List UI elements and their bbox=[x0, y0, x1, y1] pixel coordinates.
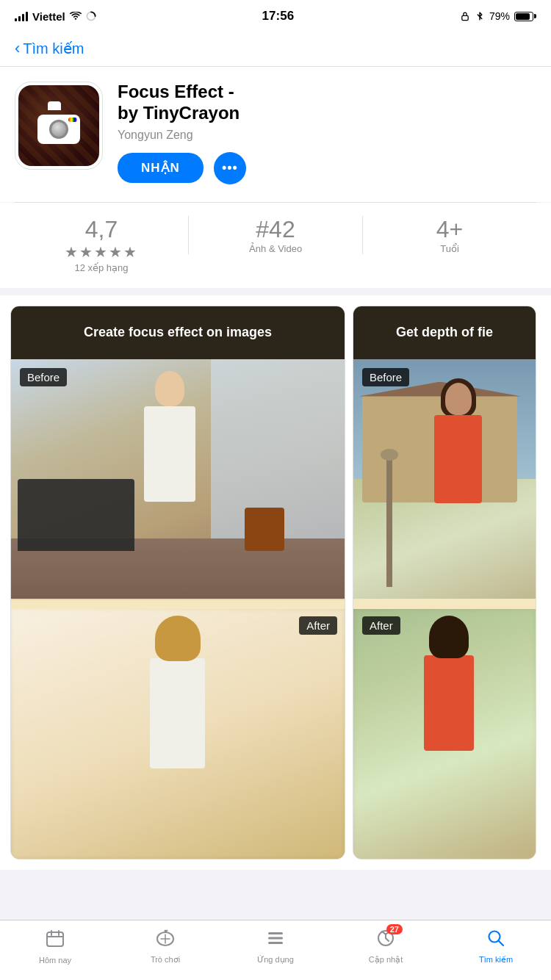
tab-games[interactable]: Trò chơi bbox=[110, 929, 220, 965]
tab-search[interactable]: Tìm kiếm bbox=[441, 929, 551, 965]
camera-body bbox=[37, 115, 80, 144]
app-info-section: Focus Effect -by TinyCrayon Yongyun Zeng… bbox=[0, 67, 551, 202]
coral-body-2 bbox=[424, 655, 474, 751]
rating-stars: ★★★★★ bbox=[15, 243, 188, 261]
before-photo-1: Before bbox=[11, 359, 345, 599]
back-chevron-icon: ‹ bbox=[15, 40, 20, 57]
svg-rect-10 bbox=[268, 932, 283, 934]
battery-percent: 79% bbox=[489, 10, 510, 22]
tab-today[interactable]: Hôm nay bbox=[0, 929, 110, 965]
time-display: 17:56 bbox=[262, 9, 294, 24]
hair-1 bbox=[149, 367, 190, 408]
rating-age-item: 4+ Tuổi bbox=[362, 216, 536, 254]
camera-bump bbox=[48, 101, 61, 110]
main-content: Viettel 17:56 79% bbox=[0, 0, 551, 930]
head-1 bbox=[155, 371, 184, 406]
before-area-2: Before bbox=[353, 359, 536, 599]
more-button[interactable]: ••• bbox=[214, 152, 246, 184]
today-icon bbox=[46, 929, 65, 953]
signal-bars bbox=[15, 11, 28, 21]
woman-coral-2 bbox=[381, 621, 517, 859]
svg-line-15 bbox=[499, 941, 504, 946]
rating-age-label: Tuổi bbox=[363, 243, 536, 254]
after-area-2: After bbox=[353, 609, 536, 859]
update-badge: 27 bbox=[386, 924, 403, 934]
wifi-icon bbox=[70, 12, 82, 21]
app-icon-inner bbox=[18, 85, 99, 166]
games-icon bbox=[156, 929, 175, 952]
before-area-1: Before bbox=[11, 359, 345, 599]
screenshot-2[interactable]: Get depth of fie bbox=[353, 306, 536, 860]
coral-head-2 bbox=[435, 621, 463, 655]
screenshot-1-header: Create focus effect on images bbox=[11, 306, 345, 359]
after-photo-1: After bbox=[11, 609, 345, 859]
before-label-2: Before bbox=[362, 368, 409, 386]
after-label-2: After bbox=[362, 616, 400, 635]
back-button[interactable]: ‹ Tìm kiếm bbox=[15, 40, 536, 57]
rating-count: 12 xếp hạng bbox=[15, 262, 188, 273]
svg-point-7 bbox=[165, 930, 167, 932]
section-gap bbox=[0, 288, 551, 295]
screenshots-row: Create focus effect on images bbox=[0, 306, 551, 860]
screenshot-1-body: Before bbox=[11, 359, 345, 859]
status-bar: Viettel 17:56 79% bbox=[0, 0, 551, 32]
divider-screenshots bbox=[11, 599, 345, 600]
rating-rank: #42 bbox=[189, 216, 362, 243]
woman-coral-1 bbox=[399, 383, 517, 599]
back-label: Tìm kiếm bbox=[23, 40, 84, 57]
before-label-1: Before bbox=[20, 368, 67, 386]
svg-rect-2 bbox=[47, 932, 63, 946]
carrier: Viettel bbox=[32, 10, 65, 23]
app-icon bbox=[15, 82, 103, 170]
after-photo-2: After bbox=[353, 609, 536, 859]
before-photo-2: Before bbox=[353, 359, 536, 599]
screenshot-1[interactable]: Create focus effect on images bbox=[10, 306, 345, 860]
coral-head-1 bbox=[445, 383, 472, 415]
screenshot-2-header: Get depth of fie bbox=[353, 306, 536, 359]
get-button[interactable]: NHẬN bbox=[118, 153, 204, 183]
updates-label: Cập nhật bbox=[369, 955, 403, 965]
status-left: Viettel bbox=[15, 10, 96, 23]
svg-rect-1 bbox=[462, 15, 468, 20]
screenshots-section: Create focus effect on images bbox=[0, 295, 551, 870]
games-label: Trò chơi bbox=[151, 955, 180, 965]
rating-category: Ảnh & Video bbox=[189, 243, 362, 254]
dark-hair-2 bbox=[429, 616, 469, 658]
lock-icon bbox=[460, 11, 470, 21]
status-right: 79% bbox=[460, 10, 536, 22]
body-after-1 bbox=[150, 658, 205, 768]
screenshot-1-title: Create focus effect on images bbox=[84, 325, 272, 340]
rating-score: 4,7 bbox=[15, 216, 188, 243]
camera-lens bbox=[49, 120, 68, 139]
lamp-post bbox=[386, 455, 392, 587]
tab-apps[interactable]: Ứng dụng bbox=[220, 929, 331, 965]
app-author: Yongyun Zeng bbox=[118, 129, 536, 142]
updates-icon: 27 bbox=[376, 929, 395, 952]
loading-icon bbox=[86, 11, 96, 21]
tab-bar: Hôm nay Trò chơi Ứng dụng bbox=[0, 920, 551, 980]
bluetooth-icon bbox=[475, 11, 485, 21]
woman-after-1 bbox=[61, 621, 295, 859]
screenshot-2-body: Before bbox=[353, 359, 536, 859]
hair-after-1 bbox=[155, 616, 201, 661]
app-actions: NHẬN ••• bbox=[118, 152, 536, 184]
screenshot-2-title: Get depth of fie bbox=[396, 325, 493, 340]
battery-indicator bbox=[514, 12, 536, 21]
today-label: Hôm nay bbox=[39, 956, 71, 965]
search-icon bbox=[486, 929, 505, 952]
head-after-1 bbox=[162, 621, 193, 658]
camera-icon bbox=[37, 107, 80, 144]
rating-rank-item: #42 Ảnh & Video bbox=[188, 216, 362, 254]
svg-rect-11 bbox=[268, 937, 283, 940]
after-area-1: After bbox=[11, 609, 345, 859]
apps-icon bbox=[266, 929, 285, 952]
more-dots: ••• bbox=[222, 160, 238, 176]
rating-age: 4+ bbox=[363, 216, 536, 243]
coral-body-1 bbox=[434, 415, 482, 503]
svg-rect-12 bbox=[268, 942, 283, 944]
dark-hair-1 bbox=[441, 378, 476, 417]
search-label: Tìm kiếm bbox=[479, 955, 513, 965]
rating-score-item: 4,7 ★★★★★ 12 xếp hạng bbox=[15, 216, 188, 273]
tab-updates[interactable]: 27 Cập nhật bbox=[331, 929, 441, 965]
app-details: Focus Effect -by TinyCrayon Yongyun Zeng… bbox=[118, 82, 536, 184]
